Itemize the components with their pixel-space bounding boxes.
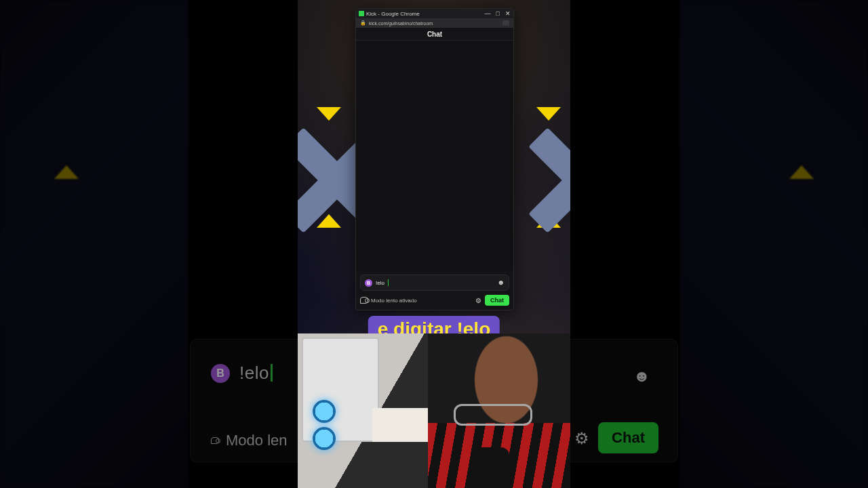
rgb-fan-icon — [313, 427, 336, 450]
lock-icon: 🔒 — [360, 20, 366, 26]
rgb-fan-icon — [313, 400, 336, 423]
blurred-background-left — [0, 0, 189, 488]
triangle-down-icon — [317, 107, 341, 121]
chat-input-value: !elo — [239, 363, 273, 384]
chat-input-value: !elo — [376, 280, 384, 286]
kick-favicon-icon — [359, 11, 364, 16]
chat-input[interactable]: B !elo ☻ — [360, 274, 509, 291]
window-title: Kick - Google Chrome — [366, 11, 420, 17]
chat-send-button: Chat — [598, 422, 658, 453]
text-cursor — [388, 279, 389, 286]
chat-messages-area[interactable] — [356, 41, 513, 270]
chat-footer: Modo lento ativado ⚙ Chat — [356, 291, 513, 310]
chat-header: Chat — [356, 28, 513, 41]
text-cursor — [271, 364, 273, 382]
gear-icon: ⚙ — [574, 429, 589, 448]
blurred-background-right — [679, 0, 868, 488]
webcam-feed — [298, 333, 570, 488]
maximize-button[interactable]: □ — [496, 10, 500, 17]
pc-case — [302, 338, 379, 442]
chat-send-button[interactable]: Chat — [485, 295, 509, 306]
user-badge-icon: B — [211, 364, 230, 383]
extension-icon[interactable] — [502, 20, 509, 26]
microphone-icon — [473, 447, 509, 488]
triangle-up-icon — [54, 165, 79, 179]
triangle-down-icon — [536, 107, 561, 121]
emoji-icon: ☻ — [633, 367, 650, 386]
close-button[interactable]: ✕ — [505, 10, 511, 17]
user-badge-icon: B — [365, 279, 372, 287]
window-titlebar[interactable]: Kick - Google Chrome — □ ✕ — [356, 9, 513, 18]
slow-mode-label: Modo lento ativado — [371, 298, 417, 304]
slow-mode-label: Modo len — [226, 432, 288, 449]
minimize-button[interactable]: — — [485, 10, 491, 17]
emoji-picker-button[interactable]: ☻ — [497, 279, 505, 286]
video-frame: B !elo ☻ Modo len ⚙ Chat Kick - Google C… — [0, 0, 868, 488]
triangle-up-icon — [789, 165, 814, 179]
address-bar[interactable]: 🔒 kick.com/guihsabino/chatroom — [356, 18, 513, 28]
url-text: kick.com/guihsabino/chatroom — [369, 21, 433, 26]
chat-settings-button[interactable]: ⚙ — [475, 297, 481, 304]
slow-mode-icon — [360, 297, 368, 304]
glasses-icon — [454, 404, 532, 426]
x-decoration-icon — [520, 126, 570, 235]
chrome-popup-window: Kick - Google Chrome — □ ✕ 🔒 kick.com/gu… — [355, 8, 514, 310]
slow-mode-icon — [211, 437, 219, 444]
